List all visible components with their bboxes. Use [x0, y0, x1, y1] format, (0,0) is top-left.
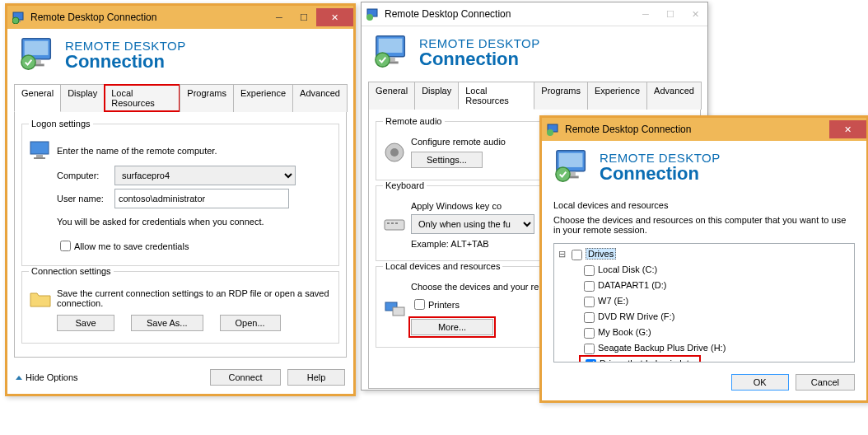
svg-point-32: [556, 167, 570, 181]
group-label: Keyboard: [383, 180, 427, 190]
logon-settings-group: Logon settings Enter the name of the rem…: [21, 124, 339, 266]
svg-rect-20: [385, 220, 404, 230]
audio-settings-button[interactable]: Settings...: [411, 152, 483, 168]
save-as-button[interactable]: Save As...: [131, 315, 203, 331]
drive-checkbox[interactable]: [584, 265, 595, 276]
credentials-note: You will be asked for credentials when y…: [57, 217, 264, 227]
drive-checkbox[interactable]: [584, 312, 595, 323]
app-icon: [547, 123, 560, 136]
drive-checkbox[interactable]: [584, 297, 595, 307]
username-label: User name:: [57, 194, 114, 203]
window-title: Remote Desktop Connection: [30, 12, 267, 23]
allow-save-label: Allow me to save credentials: [74, 241, 189, 251]
svg-point-7: [21, 55, 35, 69]
group-label: Logon settings: [29, 119, 93, 129]
tab-advanced[interactable]: Advanced: [292, 84, 348, 112]
drives-tree[interactable]: ⊟Drives Local Disk (C:) DATAPART1 (D:) W…: [553, 243, 855, 362]
tab-general[interactable]: General: [368, 82, 415, 110]
computer-label: Computer:: [57, 171, 114, 180]
minimize-button[interactable]: ─: [633, 5, 658, 23]
header-line1: REMOTE DESKTOP: [419, 36, 540, 50]
close-button[interactable]: ✕: [829, 120, 866, 138]
maximize-button[interactable]: ☐: [292, 8, 316, 26]
group-label: Local devices and resources: [383, 261, 502, 271]
svg-rect-25: [393, 307, 404, 316]
header-line1: REMOTE DESKTOP: [600, 151, 721, 165]
minimize-button[interactable]: ─: [267, 8, 292, 26]
open-button[interactable]: Open...: [220, 315, 281, 331]
tab-experience[interactable]: Experience: [233, 84, 293, 112]
svg-rect-10: [34, 157, 45, 159]
drive-checkbox[interactable]: [584, 344, 595, 354]
dialog-body: Local devices and resources Choose the d…: [542, 195, 866, 400]
drives-node[interactable]: Drives: [586, 248, 616, 260]
ok-button[interactable]: OK: [731, 374, 789, 391]
tab-general[interactable]: General: [14, 84, 61, 112]
drive-label[interactable]: My Book (G:): [598, 327, 651, 337]
header-line2: Connection: [65, 53, 186, 71]
tab-local-resources[interactable]: Local Resources: [458, 82, 534, 110]
tab-strip: General Display Local Resources Programs…: [7, 84, 353, 112]
printers-checkbox[interactable]: [414, 299, 425, 310]
drive-label[interactable]: DVD RW Drive (F:): [598, 311, 674, 321]
drive-label[interactable]: Seagate Backup Plus Drive (H:): [598, 343, 726, 353]
drive-label[interactable]: Local Disk (C:): [598, 264, 657, 274]
group-title: Local devices and resources: [553, 200, 855, 210]
svg-point-17: [376, 53, 390, 67]
hide-options-link[interactable]: Hide Options: [26, 372, 78, 382]
computer-combobox[interactable]: surfacepro4: [114, 166, 296, 185]
tab-panel: Logon settings Enter the name of the rem…: [14, 111, 347, 358]
cancel-button[interactable]: Cancel: [796, 374, 855, 391]
keyboard-icon: [383, 213, 406, 236]
save-button[interactable]: Save: [57, 315, 114, 331]
tab-strip: General Display Local Resources Programs…: [362, 82, 707, 110]
help-button[interactable]: Help: [287, 369, 345, 386]
tab-experience[interactable]: Experience: [587, 82, 647, 110]
rdc-logo-icon: [553, 147, 591, 185]
group-label: Connection settings: [29, 266, 114, 276]
drives-later-checkbox[interactable]: [586, 359, 596, 362]
drives-checkbox[interactable]: [572, 250, 582, 260]
tab-local-resources[interactable]: Local Resources: [104, 84, 180, 112]
monitor-icon: [29, 139, 52, 162]
tab-programs[interactable]: Programs: [534, 82, 588, 110]
svg-rect-8: [30, 142, 49, 154]
drive-checkbox[interactable]: [584, 328, 595, 339]
rdc-more-dialog: Remote Desktop Connection ✕ REMOTE DESKT…: [539, 115, 868, 403]
tab-display[interactable]: Display: [414, 82, 459, 110]
app-icon: [366, 7, 380, 21]
header-line2: Connection: [600, 165, 721, 183]
header: REMOTE DESKTOP Connection: [542, 141, 866, 195]
group-text: Choose the devices and resources on this…: [553, 215, 855, 235]
tab-programs[interactable]: Programs: [180, 84, 234, 112]
titlebar: Remote Desktop Connection ─ ☐ ✕: [7, 6, 353, 29]
conn-text: Save the current connection settings to …: [57, 288, 332, 308]
username-input[interactable]: [114, 189, 289, 208]
tab-advanced[interactable]: Advanced: [646, 82, 702, 110]
rdc-logo-icon: [373, 33, 411, 71]
speaker-icon: [383, 141, 406, 164]
tab-display[interactable]: Display: [60, 84, 105, 112]
drive-label[interactable]: W7 (E:): [598, 296, 628, 306]
svg-rect-23: [395, 222, 398, 224]
drives-later-label[interactable]: Drives that I plug in later: [600, 358, 698, 362]
drive-checkbox[interactable]: [584, 281, 595, 292]
devices-icon: [383, 297, 406, 320]
maximize-button[interactable]: ☐: [658, 5, 683, 23]
header: REMOTE DESKTOP Connection: [362, 26, 707, 81]
allow-save-checkbox[interactable]: [60, 241, 71, 251]
svg-point-2: [12, 17, 19, 24]
more-button[interactable]: More...: [411, 319, 493, 335]
drive-label[interactable]: DATAPART1 (D:): [598, 280, 667, 290]
connect-button[interactable]: Connect: [210, 369, 281, 386]
svg-rect-14: [379, 39, 403, 53]
keyboard-combo[interactable]: Only when using the fu: [411, 214, 534, 234]
window-title: Remote Desktop Connection: [385, 8, 633, 20]
collapse-icon[interactable]: ⊟: [558, 247, 567, 260]
group-label: Remote audio: [383, 116, 445, 126]
header-line1: REMOTE DESKTOP: [65, 39, 186, 53]
collapse-icon: [16, 376, 22, 380]
logon-prompt: Enter the name of the remote computer.: [57, 146, 217, 156]
close-button[interactable]: ✕: [683, 5, 707, 23]
close-button[interactable]: ✕: [316, 8, 353, 26]
